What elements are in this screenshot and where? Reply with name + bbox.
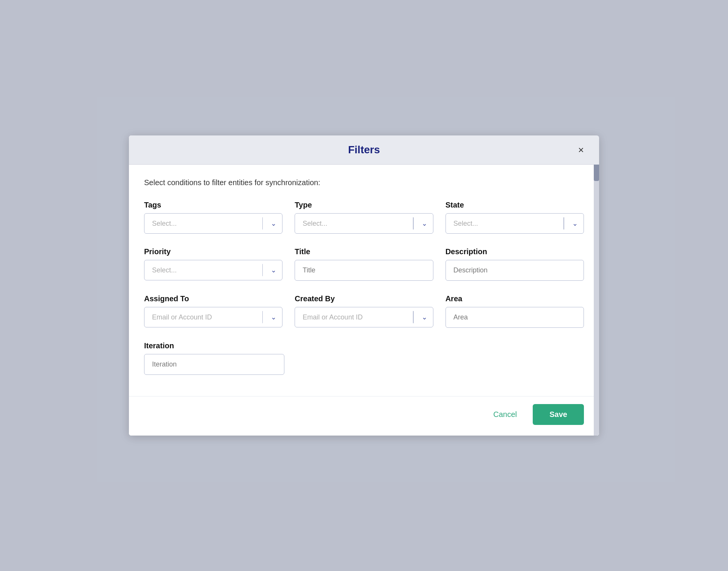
filter-group-description: Description (446, 247, 584, 281)
title-label: Title (295, 247, 433, 256)
area-input[interactable] (446, 307, 584, 328)
filter-row-4: Iteration (144, 341, 584, 375)
type-select[interactable]: Select... (295, 213, 433, 234)
filter-row-1: Tags Select... ⌄ Type Select... (144, 201, 584, 234)
dialog-footer: Cancel Save (129, 396, 599, 436)
assigned-to-select[interactable]: Email or Account ID (144, 307, 282, 327)
dialog-overlay: Filters × Select conditions to filter en… (0, 0, 728, 571)
filter-description: Select conditions to filter entities for… (144, 178, 584, 187)
tags-select-wrapper: Select... ⌄ (144, 213, 282, 234)
filter-group-tags: Tags Select... ⌄ (144, 201, 282, 234)
filter-group-created-by: Created By Email or Account ID ⌄ (295, 294, 433, 328)
created-by-select[interactable]: Email or Account ID (295, 307, 433, 327)
title-input[interactable] (295, 260, 433, 281)
created-by-select-wrapper: Email or Account ID ⌄ (295, 307, 433, 327)
type-select-wrapper: Select... ⌄ (295, 213, 433, 234)
priority-label: Priority (144, 247, 282, 256)
filter-group-assigned-to: Assigned To Email or Account ID ⌄ (144, 294, 282, 328)
assigned-to-label: Assigned To (144, 294, 282, 303)
tags-select[interactable]: Select... (144, 213, 282, 234)
filter-group-type: Type Select... ⌄ (295, 201, 433, 234)
filter-group-iteration: Iteration (144, 341, 284, 375)
save-button[interactable]: Save (533, 404, 584, 425)
state-select[interactable]: Select... (446, 213, 584, 234)
description-input[interactable] (446, 260, 584, 281)
priority-select-wrapper: Select... ⌄ (144, 260, 282, 280)
state-select-wrapper: Select... ⌄ (446, 213, 584, 234)
filters-dialog: Filters × Select conditions to filter en… (129, 135, 599, 436)
cancel-button[interactable]: Cancel (486, 406, 524, 423)
iteration-label: Iteration (144, 341, 284, 350)
state-label: State (446, 201, 584, 209)
type-label: Type (295, 201, 433, 209)
tags-label: Tags (144, 201, 282, 209)
dialog-header: Filters × (129, 135, 599, 165)
priority-select[interactable]: Select... (144, 260, 282, 280)
filter-row-2: Priority Select... ⌄ Title Description (144, 247, 584, 281)
area-label: Area (446, 294, 584, 303)
description-label: Description (446, 247, 584, 256)
close-button[interactable]: × (575, 143, 587, 156)
filter-group-priority: Priority Select... ⌄ (144, 247, 282, 281)
filter-group-state: State Select... ⌄ (446, 201, 584, 234)
dialog-body: Select conditions to filter entities for… (129, 165, 599, 396)
iteration-input[interactable] (144, 354, 284, 375)
assigned-to-select-wrapper: Email or Account ID ⌄ (144, 307, 282, 327)
scrollbar[interactable] (594, 135, 599, 436)
filter-group-area: Area (446, 294, 584, 328)
dialog-title: Filters (348, 144, 380, 156)
filter-row-3: Assigned To Email or Account ID ⌄ Create… (144, 294, 584, 328)
filter-group-title: Title (295, 247, 433, 281)
created-by-label: Created By (295, 294, 433, 303)
